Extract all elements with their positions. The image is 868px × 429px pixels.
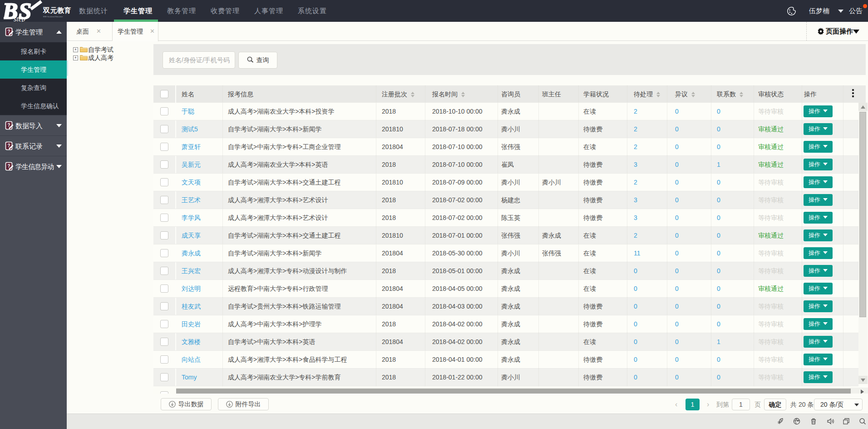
svg-text:step: step [14,15,25,22]
svg-text:?: ? [7,143,10,148]
svg-text:?: ? [7,123,10,128]
svg-text:?: ? [7,164,10,169]
svg-text:?: ? [7,29,10,34]
